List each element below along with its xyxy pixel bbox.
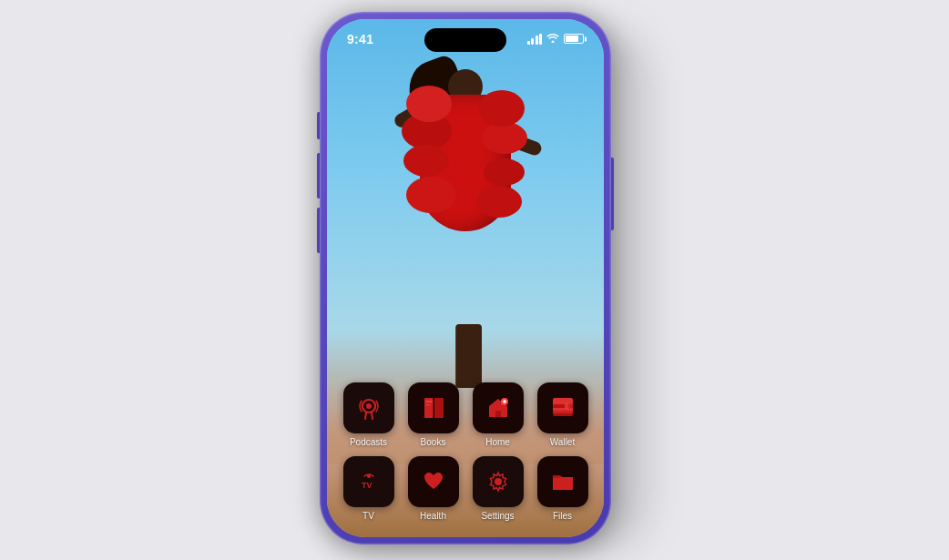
app-item-podcasts[interactable]: Podcasts [341,382,396,447]
app-item-health[interactable]: Health [405,456,461,521]
files-icon[interactable] [537,456,588,507]
svg-rect-5 [425,401,433,402]
home-label: Home [485,437,510,447]
svg-point-17 [367,474,371,478]
home-icon[interactable] [473,382,524,433]
tv-icon[interactable]: TV [343,456,394,507]
person-dress [420,95,511,231]
app-item-books[interactable]: Books [405,382,461,447]
signal-bar-2 [531,38,534,45]
podcasts-icon[interactable] [343,382,394,433]
phone-screen: 9:41 [327,19,604,537]
svg-rect-20 [553,475,560,478]
books-label: Books [421,437,446,447]
files-label: Files [553,511,572,521]
wallet-icon[interactable] [537,382,588,433]
svg-rect-7 [495,411,501,417]
svg-point-16 [567,403,573,409]
signal-icon [527,34,543,45]
settings-icon[interactable] [473,456,524,507]
phone-mockup: 9:41 [320,12,629,549]
battery-fill [566,36,578,42]
svg-point-19 [495,478,502,485]
signal-bar-4 [539,34,542,45]
podcasts-label: Podcasts [350,437,387,447]
wifi-icon [546,32,559,46]
mute-button[interactable] [317,112,320,139]
signal-bar-3 [536,36,538,45]
app-item-settings[interactable]: Settings [470,456,526,521]
svg-rect-6 [425,404,431,406]
books-icon[interactable] [408,382,459,433]
health-icon[interactable] [408,456,459,507]
battery-icon [564,34,584,44]
svg-point-1 [366,403,372,409]
app-item-home[interactable]: Home [470,382,526,447]
volume-up-button[interactable] [317,153,320,199]
volume-down-button[interactable] [317,208,320,253]
app-grid: Podcasts Books [327,382,604,521]
health-label: Health [420,511,446,521]
settings-label: Settings [481,511,514,521]
tv-label: TV [362,511,374,521]
signal-bar-1 [527,41,530,45]
wallet-label: Wallet [550,437,575,447]
phone-body: 9:41 [320,12,611,545]
app-item-tv[interactable]: TV TV [341,456,396,521]
status-bar: 9:41 [327,32,604,46]
svg-text:TV: TV [362,481,372,490]
status-icons [527,32,585,46]
person-figure [383,69,547,333]
svg-rect-3 [434,398,444,418]
power-button[interactable] [611,158,614,230]
app-item-wallet[interactable]: Wallet [535,382,590,447]
status-time: 9:41 [347,32,373,46]
app-item-files[interactable]: Files [535,456,590,521]
